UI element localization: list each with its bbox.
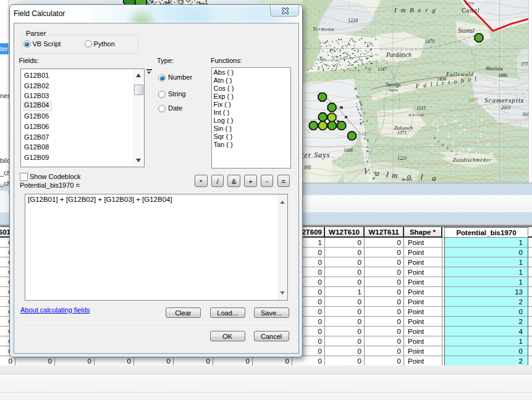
svg-text:1224: 1224 [348, 18, 358, 23]
svg-text:995: 995 [304, 165, 311, 170]
svg-text:I m B e r g: I m B e r g [394, 6, 437, 14]
svg-text:i: i [366, 119, 368, 123]
svg-text:1347: 1347 [378, 67, 387, 72]
svg-text:A n t s m.: A n t s m. [408, 112, 424, 117]
svg-text:1479: 1479 [425, 39, 434, 44]
svg-text:Braun: Braun [402, 177, 413, 182]
svg-text:Zundtschmeder: Zundtschmeder [453, 157, 491, 163]
svg-text:1515: 1515 [416, 106, 426, 111]
svg-text:1776: 1776 [521, 62, 528, 67]
svg-text:Martnäu: Martnäu [485, 66, 503, 72]
svg-text:kativ: kativ [389, 88, 398, 93]
svg-text:a: a [357, 94, 360, 99]
svg-text:2013: 2013 [501, 105, 510, 110]
svg-text:1223: 1223 [397, 156, 407, 161]
svg-text:h: h [360, 102, 363, 107]
svg-text:1404: 1404 [437, 77, 446, 82]
svg-text:o: o [363, 110, 366, 115]
svg-text:Turnigs: Turnigs [386, 82, 400, 88]
svg-text:1886: 1886 [498, 73, 507, 78]
svg-text:Pardätsch: Pardätsch [386, 51, 412, 58]
svg-text:1008: 1008 [344, 148, 353, 153]
svg-text:1773: 1773 [465, 1, 475, 6]
svg-text:Canal: Canal [462, 7, 479, 14]
svg-text:1371: 1371 [397, 130, 407, 136]
svg-text:B: B [354, 86, 357, 91]
svg-text:Termona: Termona [313, 27, 334, 32]
svg-text:Scamerspitz: Scamerspitz [484, 96, 524, 104]
svg-text:Stamsl: Stamsl [458, 27, 475, 34]
svg-text:3014: 3014 [521, 112, 528, 117]
